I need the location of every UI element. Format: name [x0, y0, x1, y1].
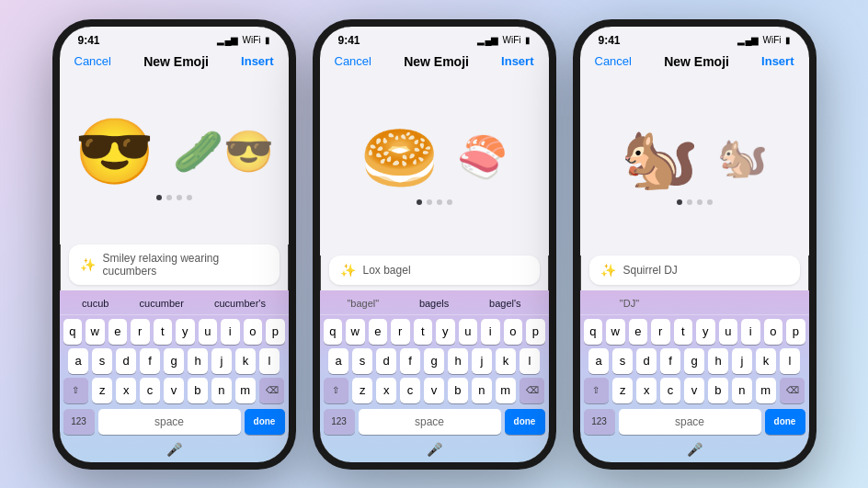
key-o[interactable]: o	[244, 319, 263, 345]
key-3-n[interactable]: n	[732, 378, 752, 403]
key-2-l[interactable]: l	[520, 348, 540, 374]
key-3-o[interactable]: o	[764, 319, 783, 345]
key-3-s[interactable]: s	[612, 348, 633, 374]
key-2-i[interactable]: i	[481, 319, 500, 345]
key-2-q[interactable]: q	[324, 319, 343, 345]
suggestion-1-2[interactable]: cucumber	[134, 296, 189, 311]
key-3-w[interactable]: w	[606, 319, 625, 345]
insert-button-2[interactable]: Insert	[501, 54, 533, 68]
key-done-1[interactable]: done	[245, 409, 285, 435]
key-2-shift[interactable]: ⇧	[324, 378, 349, 403]
key-3-a[interactable]: a	[588, 348, 609, 374]
key-i[interactable]: i	[221, 319, 240, 345]
key-3-r[interactable]: r	[651, 319, 670, 345]
key-p[interactable]: p	[266, 319, 285, 345]
suggestion-3-3[interactable]	[763, 296, 774, 311]
suggestion-3-1[interactable]: "DJ"	[614, 296, 645, 311]
key-3-d[interactable]: d	[636, 348, 657, 374]
suggestion-1-3[interactable]: cucumber's	[209, 296, 271, 311]
key-3-l[interactable]: l	[780, 348, 800, 374]
mic-icon-3[interactable]: 🎤	[687, 442, 702, 457]
key-space-3[interactable]: space	[619, 409, 761, 435]
suggestion-2-1[interactable]: "bagel"	[341, 296, 384, 311]
key-2-j[interactable]: j	[472, 348, 492, 374]
key-2-g[interactable]: g	[424, 348, 444, 374]
key-3-i[interactable]: i	[741, 319, 760, 345]
key-z[interactable]: z	[92, 378, 112, 403]
key-space-2[interactable]: space	[359, 409, 501, 435]
insert-button-1[interactable]: Insert	[241, 54, 273, 68]
key-3-p[interactable]: p	[786, 319, 805, 345]
key-2-w[interactable]: w	[346, 319, 365, 345]
key-g[interactable]: g	[164, 348, 184, 374]
suggestion-2-2[interactable]: bagels	[414, 296, 454, 311]
key-q[interactable]: q	[63, 319, 83, 345]
suggestion-2-3[interactable]: bagel's	[484, 296, 527, 311]
key-2-o[interactable]: o	[504, 319, 523, 345]
key-shift[interactable]: ⇧	[63, 378, 89, 403]
key-x[interactable]: x	[116, 378, 136, 403]
key-2-b[interactable]: b	[448, 378, 468, 403]
key-3-h[interactable]: h	[708, 348, 728, 374]
key-3-e[interactable]: e	[629, 319, 648, 345]
key-l[interactable]: l	[259, 348, 280, 374]
key-2-t[interactable]: t	[414, 319, 433, 345]
key-2-a[interactable]: a	[328, 348, 348, 374]
key-2-s[interactable]: s	[352, 348, 372, 374]
key-2-e[interactable]: e	[369, 319, 388, 345]
key-123-1[interactable]: 123	[63, 409, 95, 435]
key-c[interactable]: c	[140, 378, 160, 403]
key-2-d[interactable]: d	[376, 348, 396, 374]
input-prompt-3[interactable]: ✨ Squirrel DJ	[589, 255, 800, 285]
key-2-z[interactable]: z	[352, 378, 372, 403]
key-e[interactable]: e	[108, 319, 128, 345]
key-2-n[interactable]: n	[472, 378, 492, 403]
key-3-m[interactable]: m	[756, 378, 776, 403]
mic-icon-2[interactable]: 🎤	[427, 442, 442, 457]
key-2-p[interactable]: p	[526, 319, 545, 345]
key-2-f[interactable]: f	[400, 348, 420, 374]
cancel-button-1[interactable]: Cancel	[74, 54, 111, 68]
key-d[interactable]: d	[116, 348, 136, 374]
mic-icon-1[interactable]: 🎤	[166, 442, 182, 457]
key-j[interactable]: j	[211, 348, 232, 374]
key-3-delete[interactable]: ⌫	[780, 378, 805, 403]
key-3-v[interactable]: v	[684, 378, 704, 403]
key-s[interactable]: s	[92, 348, 112, 374]
key-delete[interactable]: ⌫	[259, 378, 285, 403]
key-t[interactable]: t	[154, 319, 173, 345]
key-3-z[interactable]: z	[612, 378, 633, 403]
key-2-x[interactable]: x	[376, 378, 396, 403]
key-u[interactable]: u	[199, 319, 218, 345]
key-n[interactable]: n	[211, 378, 232, 403]
key-3-j[interactable]: j	[732, 348, 752, 374]
key-3-f[interactable]: f	[660, 348, 680, 374]
key-2-y[interactable]: y	[436, 319, 455, 345]
key-2-r[interactable]: r	[391, 319, 410, 345]
key-123-3[interactable]: 123	[584, 409, 615, 435]
key-2-u[interactable]: u	[459, 319, 478, 345]
key-2-m[interactable]: m	[496, 378, 516, 403]
key-b[interactable]: b	[188, 378, 208, 403]
key-2-v[interactable]: v	[424, 378, 444, 403]
key-3-b[interactable]: b	[708, 378, 728, 403]
suggestion-1-1[interactable]: cucub	[76, 296, 114, 311]
cancel-button-3[interactable]: Cancel	[595, 54, 632, 68]
key-2-delete[interactable]: ⌫	[520, 378, 545, 403]
key-w[interactable]: w	[86, 319, 105, 345]
input-prompt-1[interactable]: ✨ Smiley relaxing wearing cucumbers	[69, 244, 280, 285]
key-y[interactable]: y	[176, 319, 195, 345]
key-done-2[interactable]: done	[505, 409, 545, 435]
key-3-t[interactable]: t	[674, 319, 693, 345]
key-r[interactable]: r	[131, 319, 150, 345]
key-2-k[interactable]: k	[496, 348, 516, 374]
key-space-1[interactable]: space	[98, 409, 241, 435]
key-2-c[interactable]: c	[400, 378, 420, 403]
insert-button-3[interactable]: Insert	[761, 54, 794, 68]
key-3-k[interactable]: k	[756, 348, 776, 374]
key-3-y[interactable]: y	[696, 319, 715, 345]
key-3-shift[interactable]: ⇧	[584, 378, 610, 403]
key-123-2[interactable]: 123	[324, 409, 355, 435]
key-3-g[interactable]: g	[684, 348, 704, 374]
key-a[interactable]: a	[68, 348, 88, 374]
